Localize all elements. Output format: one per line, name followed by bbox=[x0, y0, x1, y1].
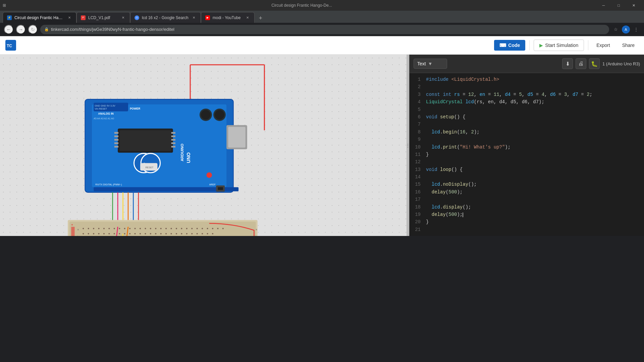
line-content-11: } bbox=[425, 151, 644, 158]
code-line-13: 13 void loop() { bbox=[410, 166, 644, 173]
debug-button[interactable]: 🐛 bbox=[589, 58, 600, 69]
svg-point-105 bbox=[140, 233, 141, 234]
line-content-18: lcd.display(); bbox=[425, 203, 644, 211]
tab-title-circuit: Circuit design Frantic Hango-De... bbox=[14, 15, 64, 20]
svg-point-77 bbox=[140, 228, 141, 229]
svg-rect-18 bbox=[171, 146, 175, 147]
line-number-13: 13 bbox=[410, 166, 425, 173]
tab-circuit[interactable]: ⚡ Circuit design Frantic Hango-De... ✕ bbox=[3, 12, 76, 23]
code-line-19: 19 delay(500); bbox=[410, 211, 644, 218]
line-content-5 bbox=[425, 106, 644, 113]
tab-favicon-google: G bbox=[135, 15, 139, 20]
svg-point-80 bbox=[155, 228, 156, 229]
url-text: tinkercad.com/things/jwGe39N0wyN-frantic… bbox=[51, 27, 605, 32]
export-button[interactable]: Export bbox=[592, 40, 614, 51]
window-controls: ⊞ bbox=[3, 3, 7, 8]
tab-close-circuit[interactable]: ✕ bbox=[67, 15, 72, 20]
svg-text:UNO: UNO bbox=[186, 152, 191, 163]
code-type-dropdown[interactable]: Text ▼ bbox=[414, 59, 447, 69]
svg-point-73 bbox=[119, 228, 120, 229]
svg-point-119 bbox=[212, 233, 213, 234]
tab-favicon-circuit: ⚡ bbox=[7, 15, 12, 20]
canvas-area[interactable]: ARDUINO UNO ⊕ GND GND 5V 3.3V VIn RESET … bbox=[0, 55, 409, 236]
profile-icon[interactable]: A bbox=[622, 25, 630, 34]
tab-close-google[interactable]: ✕ bbox=[191, 15, 197, 20]
svg-point-78 bbox=[145, 228, 146, 229]
code-line-8: 8 lcd.begin(16, 2); bbox=[410, 128, 644, 136]
share-button[interactable]: Share bbox=[618, 40, 639, 51]
svg-point-113 bbox=[181, 233, 182, 234]
minimize-button[interactable]: ─ bbox=[596, 2, 611, 8]
svg-point-90 bbox=[207, 228, 208, 229]
print-button[interactable]: 🖨 bbox=[576, 58, 586, 69]
code-editor[interactable]: 1 #include <LiquidCrystal.h> 2 3 const i… bbox=[410, 73, 644, 236]
code-line-12: 12 bbox=[410, 158, 644, 166]
svg-point-85 bbox=[181, 228, 182, 229]
bookmark-icon[interactable]: ☆ bbox=[612, 25, 620, 34]
code-button[interactable]: ⌨ Code bbox=[494, 40, 525, 51]
svg-text:AREF: AREF bbox=[209, 183, 216, 186]
code-line-17: 17 bbox=[410, 196, 644, 203]
line-number-15: 15 bbox=[410, 181, 425, 188]
resize-handle[interactable]: ⋮ bbox=[407, 55, 409, 236]
maximize-button[interactable]: □ bbox=[611, 2, 626, 8]
svg-point-98 bbox=[103, 233, 105, 234]
line-number-11: 11 bbox=[410, 151, 425, 158]
code-line-3: 3 const int rs = 12, en = 11, d4 = 5, d5… bbox=[410, 91, 644, 98]
svg-point-72 bbox=[114, 228, 115, 229]
tab-google[interactable]: G lcd 16 x2 - Google Search ✕ bbox=[130, 12, 201, 23]
simulate-label: Start Simulation bbox=[545, 43, 578, 48]
svg-rect-16 bbox=[171, 139, 175, 140]
line-number-16: 16 bbox=[410, 188, 425, 196]
svg-rect-14 bbox=[171, 132, 175, 134]
svg-point-92 bbox=[217, 228, 218, 229]
reload-button[interactable]: ↻ bbox=[28, 25, 38, 34]
svg-text:GND GND 5V 3.3V: GND GND 5V 3.3V bbox=[95, 104, 115, 107]
line-content-14 bbox=[425, 173, 644, 181]
svg-point-70 bbox=[103, 228, 105, 229]
line-content-15: lcd.noDisplay(); bbox=[425, 181, 644, 188]
forward-button[interactable]: → bbox=[16, 25, 25, 34]
tabs-bar: ⚡ Circuit design Frantic Hango-De... ✕ P… bbox=[0, 11, 644, 23]
svg-point-76 bbox=[135, 228, 136, 229]
line-content-4: LiquidCrystal lcd(rs, en, d4, d5, d6, d7… bbox=[425, 98, 644, 106]
code-type-label: Text bbox=[417, 61, 426, 66]
bug-icon: 🐛 bbox=[591, 61, 598, 67]
code-line-18: 18 lcd.display(); bbox=[410, 203, 644, 211]
svg-point-96 bbox=[93, 233, 94, 234]
url-bar[interactable]: 🔒 tinkercad.com/things/jwGe39N0wyN-frant… bbox=[40, 25, 609, 34]
code-line-10: 10 lcd.print("Hi! What's up?"); bbox=[410, 143, 644, 151]
browser-chrome: ⊞ Circuit design Frantic Hango-De... ─ □… bbox=[0, 0, 644, 36]
tinkercad-logo-icon: TC bbox=[5, 40, 16, 51]
circuit-diagram: ARDUINO UNO ⊕ GND GND 5V 3.3V VIn RESET … bbox=[60, 61, 268, 236]
svg-point-104 bbox=[135, 233, 136, 234]
close-button[interactable]: ✕ bbox=[626, 2, 641, 8]
line-number-12: 12 bbox=[410, 158, 425, 166]
download-button[interactable]: ⬇ bbox=[562, 58, 573, 69]
svg-text:b: b bbox=[256, 235, 257, 236]
tab-close-pdf[interactable]: ✕ bbox=[120, 15, 126, 20]
svg-point-83 bbox=[171, 228, 172, 229]
svg-point-100 bbox=[114, 233, 115, 234]
tab-close-youtube[interactable]: ✕ bbox=[245, 15, 250, 20]
dropdown-arrow-icon: ▼ bbox=[428, 61, 433, 66]
settings-icon[interactable]: ⋮ bbox=[632, 25, 640, 34]
svg-rect-54 bbox=[71, 227, 74, 236]
svg-point-81 bbox=[160, 228, 162, 229]
tab-youtube[interactable]: ▶ modi - YouTube ✕ bbox=[201, 12, 255, 23]
svg-rect-9 bbox=[114, 132, 118, 134]
code-line-1: 1 #include <LiquidCrystal.h> bbox=[410, 76, 644, 83]
code-panel: Text ▼ ⬇ 🖨 🐛 1 (Arduino Uno R3) 1 #inclu… bbox=[409, 55, 644, 236]
code-line-11: 11 } bbox=[410, 151, 644, 158]
back-button[interactable]: ← bbox=[4, 25, 13, 34]
start-simulation-button[interactable]: ▶ Start Simulation bbox=[534, 40, 584, 51]
line-number-8: 8 bbox=[410, 128, 425, 136]
svg-text:+: + bbox=[71, 223, 73, 227]
line-content-19: delay(500); bbox=[425, 211, 644, 218]
line-number-14: 14 bbox=[410, 173, 425, 181]
code-line-2: 2 bbox=[410, 83, 644, 90]
code-line-4: 4 LiquidCrystal lcd(rs, en, d4, d5, d6, … bbox=[410, 98, 644, 106]
new-tab-button[interactable]: + bbox=[256, 13, 265, 23]
play-icon: ▶ bbox=[539, 43, 543, 48]
tab-pdf[interactable]: P LCD_V1.pdf ✕ bbox=[76, 12, 130, 23]
